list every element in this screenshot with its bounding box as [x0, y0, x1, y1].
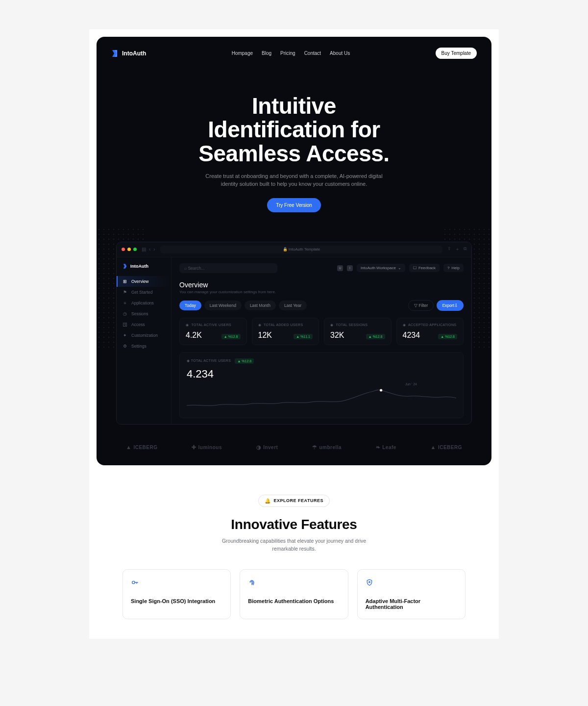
stat-delta: ▲ %12.8	[438, 334, 457, 339]
sidebar-item-icon: ◷	[122, 311, 127, 316]
logo[interactable]: IntoAuth	[111, 49, 146, 58]
fullscreen-icon	[133, 248, 137, 251]
cta-button[interactable]: Try Free Version	[267, 198, 321, 212]
tab-last-year[interactable]: Last Year	[279, 301, 307, 310]
close-icon	[122, 248, 125, 251]
stat-card: ◉ ACCEPTED APPLICATIONS4234▲ %12.8	[396, 318, 464, 345]
chart-value: 4.234	[187, 368, 456, 380]
nav-link-homepage[interactable]: Hompage	[232, 50, 253, 56]
chart-date: Jun ' 24	[405, 382, 417, 386]
features-grid: Single Sign-On (SSO) Integration Biometr…	[109, 569, 479, 619]
shield-icon	[366, 580, 373, 588]
features-subtitle: Groundbreaking capabilities that elevate…	[216, 537, 372, 553]
stat-value: 4234	[403, 331, 420, 340]
sidebar-item-overview[interactable]: ⊞Overview	[117, 276, 171, 287]
svg-point-1	[132, 581, 135, 584]
minimize-icon	[127, 248, 131, 251]
stat-value: 32K	[330, 331, 344, 340]
nav-link-contact[interactable]: Contact	[304, 50, 321, 56]
stat-card: ◉ TOTAL SESSIONS32K▲ %12.8	[324, 318, 392, 345]
svg-point-2	[368, 581, 370, 583]
feature-card-sso[interactable]: Single Sign-On (SSO) Integration	[122, 569, 231, 619]
filter-tabs: Today Last Weekend Last Month Last Year …	[179, 300, 464, 311]
workspace-avatar-u[interactable]: U	[337, 265, 343, 271]
sidebar-item-icon: ⚑	[122, 290, 127, 295]
feature-title: Single Sign-On (SSO) Integration	[131, 598, 222, 604]
sponsor-umbrella: ☂umbrella	[312, 444, 342, 451]
stat-card: ◉ TOTAL ACTIVE USERS4.2K▲ %12.8	[179, 318, 247, 345]
sidebar: IntoAuth ⊞Overview⚑Get Started≡Applicati…	[117, 257, 172, 424]
sidebar-item-label: Customization	[131, 333, 158, 338]
sidebar-item-icon: ⚿	[122, 322, 127, 327]
nav-link-about[interactable]: About Us	[330, 50, 350, 56]
sponsor-iceberg: ▲ICEBERG	[126, 444, 157, 450]
browser-window: ▤ ‹ › 🔒 IntoAuth Template ⇧ ＋ ⧉ IntoAuth…	[116, 242, 472, 425]
sidebar-item-label: Get Started	[131, 290, 152, 295]
tabs-icon: ⧉	[464, 246, 466, 252]
sponsors-row: ▲ICEBERG ✚luminous ◑Invert ☂umbrella ❧Le…	[97, 425, 491, 465]
filter-button[interactable]: ▽ Filter	[408, 300, 434, 311]
logo-icon	[111, 49, 118, 58]
nav-link-pricing[interactable]: Pricing	[280, 50, 295, 56]
topbar: ⌕ Search... U I IntoAuth Workspace ⌄ ☐ F…	[179, 263, 464, 273]
sidebar-item-sessions[interactable]: ◷Sessions	[117, 308, 171, 319]
traffic-lights	[122, 248, 137, 251]
feedback-button[interactable]: ☐ Feedback	[409, 264, 440, 272]
stat-label: ◉ TOTAL ADDED USERS	[258, 323, 313, 327]
sidebar-item-icon: ✦	[122, 333, 127, 338]
browser-right: ⇧ ＋ ⧉	[447, 246, 466, 252]
feature-title: Biometric Authentication Options	[248, 598, 340, 604]
hero-text: Intuitive Identification for Seamless Ac…	[97, 70, 491, 227]
add-icon: ＋	[455, 246, 460, 252]
sidebar-item-label: Overview	[131, 279, 148, 284]
stat-card: ◉ TOTAL ADDED USERS12K▲ %11.1	[252, 318, 319, 345]
workspace-select[interactable]: IntoAuth Workspace ⌄	[357, 264, 405, 272]
sidebar-item-customization[interactable]: ✦Customization	[117, 330, 171, 341]
tab-last-month[interactable]: Last Month	[245, 301, 276, 310]
browser-nav-buttons: ▤ ‹ ›	[142, 247, 155, 252]
dashboard-preview: ▤ ‹ › 🔒 IntoAuth Template ⇧ ＋ ⧉ IntoAuth…	[97, 227, 491, 425]
sidebar-item-label: Sessions	[131, 311, 148, 316]
stat-cards: ◉ TOTAL ACTIVE USERS4.2K▲ %12.8◉ TOTAL A…	[179, 318, 464, 345]
chart-card: ◉ TOTAL ACTIVE USERS ▲ %12.8 4.234 Jun '…	[179, 352, 464, 418]
app-frame: IntoAuth ⊞Overview⚑Get Started≡Applicati…	[117, 257, 471, 424]
stat-value: 4.2K	[186, 331, 202, 340]
sidebar-item-icon: ⚙	[122, 344, 127, 349]
feature-title: Adaptive Multi-Factor Authentication	[366, 598, 457, 610]
help-button[interactable]: ? Help	[443, 264, 464, 272]
stat-delta: ▲ %11.1	[294, 334, 313, 339]
feature-card-mfa[interactable]: Adaptive Multi-Factor Authentication	[357, 569, 466, 619]
sidebar-item-settings[interactable]: ⚙Settings	[117, 341, 171, 352]
tab-today[interactable]: Today	[179, 301, 201, 310]
logo-text: IntoAuth	[122, 50, 146, 57]
sidebar-brand: IntoAuth	[130, 264, 148, 269]
nav-link-blog[interactable]: Blog	[262, 50, 271, 56]
sidebar-item-access[interactable]: ⚿Access	[117, 319, 171, 330]
sidebar-item-get-started[interactable]: ⚑Get Started	[117, 287, 171, 298]
sidebar-toggle-icon: ▤	[142, 247, 146, 252]
back-icon: ‹	[149, 247, 150, 252]
buy-template-button[interactable]: Buy Template	[436, 48, 477, 59]
sidebar-item-applications[interactable]: ≡Applications	[117, 298, 171, 308]
chart-label: ◉ TOTAL ACTIVE USERS	[187, 359, 231, 363]
page-title: Overview	[179, 281, 464, 289]
stat-label: ◉ ACCEPTED APPLICATIONS	[403, 323, 458, 327]
stat-delta: ▲ %12.8	[366, 334, 385, 339]
bell-icon: 🔔	[265, 498, 271, 504]
url-text: 🔒 IntoAuth Template	[283, 247, 320, 252]
chart-plot: Jun ' 24	[187, 383, 456, 412]
stat-delta: ▲ %12.8	[221, 334, 241, 339]
sidebar-item-icon: ≡	[122, 301, 127, 305]
feature-card-biometric[interactable]: Biometric Authentication Options	[240, 569, 348, 619]
sidebar-logo: IntoAuth	[117, 263, 171, 276]
workspace-avatar-i[interactable]: I	[347, 265, 353, 271]
features-pill: 🔔 EXPLORE FEATURES	[258, 495, 330, 507]
export-button[interactable]: Export⇩	[437, 300, 464, 311]
hero-panel: IntoAuth Hompage Blog Pricing Contact Ab…	[97, 37, 491, 465]
search-input[interactable]: ⌕ Search...	[179, 263, 277, 273]
sidebar-item-label: Applications	[131, 301, 154, 305]
sponsor-leafe: ❧Leafe	[376, 444, 396, 451]
tab-last-weekend[interactable]: Last Weekend	[204, 301, 242, 310]
sidebar-item-label: Access	[131, 322, 145, 327]
sidebar-item-icon: ⊞	[122, 279, 127, 284]
